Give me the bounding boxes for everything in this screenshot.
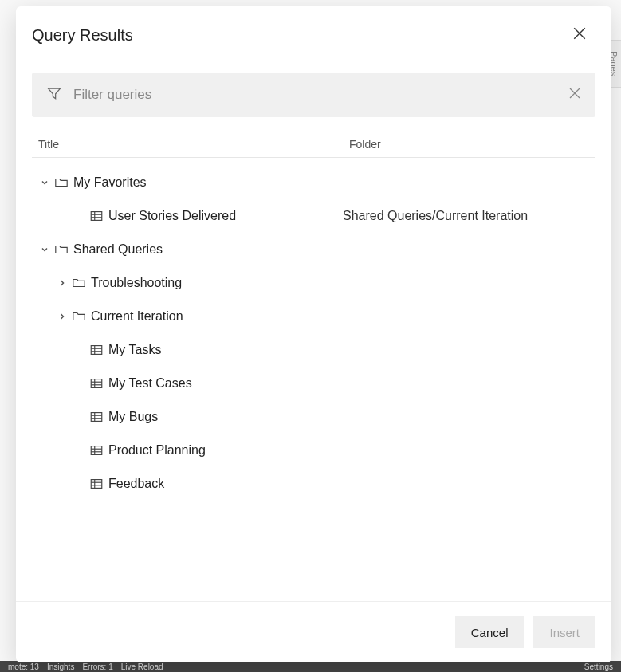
status-item: Insights — [47, 662, 74, 671]
close-icon — [572, 26, 587, 44]
tree-cell-title: Shared Queries — [32, 242, 343, 257]
tree-node-label: My Favorites — [73, 175, 147, 190]
tree-node-label: Product Planning — [108, 443, 206, 458]
column-header-folder[interactable]: Folder — [349, 138, 589, 151]
cancel-button[interactable]: Cancel — [455, 616, 525, 648]
tree-query-row[interactable]: User Stories DeliveredShared Queries/Cur… — [32, 199, 595, 233]
chevron-down-icon[interactable] — [38, 179, 51, 187]
tree-cell-title: My Test Cases — [32, 376, 343, 391]
filter-input[interactable] — [73, 87, 557, 103]
tree-folder-row[interactable]: My Favorites — [32, 166, 595, 199]
query-icon — [89, 443, 104, 458]
svg-rect-4 — [91, 212, 102, 221]
tree-folder-row[interactable]: Current Iteration — [32, 300, 595, 333]
svg-rect-20 — [91, 446, 102, 455]
tree-query-row[interactable]: My Bugs — [32, 400, 595, 434]
status-settings[interactable]: Settings — [584, 662, 613, 671]
tree-cell-folder: Shared Queries/Current Iteration — [343, 209, 595, 223]
tree-node-label: My Bugs — [108, 410, 158, 424]
clear-search-button[interactable] — [568, 87, 581, 103]
query-icon — [89, 477, 104, 491]
table-header: Title Folder — [32, 132, 595, 158]
tree-node-label: Feedback — [108, 477, 164, 491]
tree-cell-title: Current Iteration — [32, 309, 343, 324]
tree-cell-title: User Stories Delivered — [32, 209, 343, 223]
status-bar: mote: 13 Insights Errors: 1 Live Reload … — [0, 661, 621, 672]
filter-icon — [46, 85, 62, 104]
status-item: mote: 13 — [8, 662, 39, 671]
tree-node-label: My Tasks — [108, 343, 161, 357]
tree-cell-title: Feedback — [32, 477, 343, 491]
folder-icon — [72, 309, 86, 324]
tree-query-row[interactable]: My Tasks — [32, 333, 595, 367]
tree-query-row[interactable]: Feedback — [32, 467, 595, 501]
query-icon — [89, 343, 104, 357]
folder-icon — [72, 276, 86, 290]
svg-rect-16 — [91, 413, 102, 422]
tree-node-label: Shared Queries — [73, 242, 163, 257]
svg-rect-12 — [91, 379, 102, 388]
tree-cell-title: My Favorites — [32, 175, 343, 190]
tree-query-row[interactable]: Product Planning — [32, 434, 595, 467]
tree-node-label: My Test Cases — [108, 376, 192, 391]
query-results-dialog: Query Results Title Folder My FavoritesU… — [16, 6, 611, 662]
chevron-down-icon[interactable] — [38, 246, 51, 253]
tree-cell-title: My Tasks — [32, 343, 343, 357]
query-tree: My FavoritesUser Stories DeliveredShared… — [32, 166, 595, 501]
query-icon — [89, 209, 104, 223]
close-button[interactable] — [570, 26, 589, 45]
tree-node-label: User Stories Delivered — [108, 209, 236, 223]
tree-node-label: Current Iteration — [91, 309, 183, 324]
close-icon — [568, 87, 581, 103]
search-box[interactable] — [32, 73, 595, 117]
chevron-right-icon[interactable] — [56, 312, 69, 320]
status-item: Errors: 1 — [82, 662, 112, 671]
tree-cell-title: My Bugs — [32, 410, 343, 424]
dialog-body: Title Folder My FavoritesUser Stories De… — [16, 61, 611, 601]
insert-button[interactable]: Insert — [533, 616, 595, 648]
dialog-title: Query Results — [32, 26, 133, 45]
dialog-footer: Cancel Insert — [16, 601, 611, 662]
tree-cell-title: Troubleshooting — [32, 276, 343, 290]
chevron-right-icon[interactable] — [56, 279, 69, 287]
tree-cell-title: Product Planning — [32, 443, 343, 458]
tree-folder-row[interactable]: Shared Queries — [32, 233, 595, 266]
query-icon — [89, 376, 104, 391]
svg-rect-24 — [91, 480, 102, 489]
tree-query-row[interactable]: My Test Cases — [32, 367, 595, 400]
tree-folder-row[interactable]: Troubleshooting — [32, 266, 595, 300]
folder-icon — [54, 175, 69, 190]
svg-rect-8 — [91, 346, 102, 355]
folder-icon — [54, 242, 69, 257]
tree-node-label: Troubleshooting — [91, 276, 182, 290]
query-icon — [89, 410, 104, 424]
column-header-title[interactable]: Title — [38, 138, 349, 151]
dialog-header: Query Results — [16, 6, 611, 61]
status-item: Live Reload — [121, 662, 163, 671]
